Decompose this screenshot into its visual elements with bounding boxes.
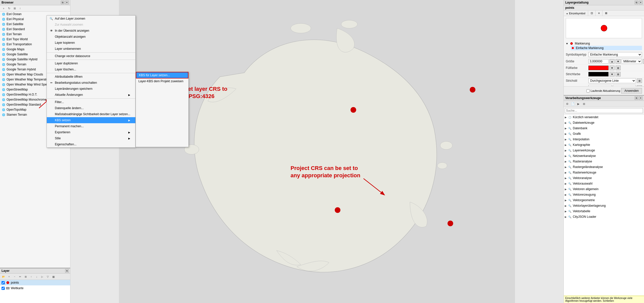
processing-search-input[interactable] — [565, 108, 643, 113]
fuellfarbe-color-btn[interactable] — [588, 66, 609, 70]
proc-item-vektoranalyse[interactable]: ▶ 🔍 Vektoranalyse — [564, 175, 644, 181]
tab-regelbasiert[interactable]: ⊞ — [602, 11, 610, 16]
context-stile[interactable]: Stile — [47, 135, 135, 141]
count-icon — [49, 35, 53, 39]
layer-up-btn[interactable]: ↑ — [29, 274, 34, 279]
verarbeitungs-float-btn[interactable]: ⧉ — [635, 96, 638, 100]
context-kbs-setzen[interactable]: KBS setzen — [47, 117, 135, 123]
browser-refresh-btn[interactable]: ↻ — [7, 6, 12, 11]
context-toggle-edit[interactable]: ✏ Bearbeitungsstatus umschalten — [47, 80, 135, 86]
symbol-tree-einfache-markierung[interactable]: Einfache Markierung — [571, 46, 642, 50]
proc-btn-1[interactable]: ⚙ — [565, 101, 570, 106]
browser-float-btn[interactable]: ⧉ — [61, 1, 64, 4]
proc-item-layerwerkzeuge[interactable]: ▶ 🔍 Layerwerkzeuge — [564, 148, 644, 153]
context-delete-layer[interactable]: Layer löschen... — [47, 66, 135, 72]
layer-group-btn[interactable]: ▦ — [51, 274, 56, 279]
browser-filter-btn[interactable]: ⊞ — [12, 6, 17, 11]
proc-item-vektorgeometrie[interactable]: ▶ 🔍 Vektorgeometrie — [564, 197, 644, 203]
svg-point-14 — [601, 25, 607, 31]
proc-item-rasterwerkzeuge[interactable]: ▶ 🔍 Rasterwerkzeuge — [564, 170, 644, 175]
proc-item-kurzlich[interactable]: ▶ 🕐 Kürzlich verwendet — [564, 114, 644, 120]
delete-icon — [49, 67, 53, 71]
proc-item-kartographie[interactable]: ▶ 🔍 Kartographie — [564, 142, 644, 148]
proc-btn-2[interactable]: 📄 — [570, 101, 575, 106]
groesse-unit-select[interactable]: Millimeter — [622, 59, 642, 64]
layer-add-btn[interactable]: ＋ — [7, 274, 12, 279]
context-object-count[interactable]: Objektanzahl anzeigen — [47, 34, 135, 40]
proc-item-vektoren-allgemein[interactable]: ▶ 🔍 Vektoren allgemein — [564, 186, 644, 192]
proc-item-dateiwerkzeuge[interactable]: ▶ 🔍 Dateiwerkzeuge — [564, 120, 644, 125]
context-current-changes[interactable]: Aktuelle Änderungen — [47, 92, 135, 98]
proc-item-interpolation[interactable]: ▶ 🔍 Interpolation — [564, 137, 644, 142]
groesse-down-btn[interactable]: ▼ — [616, 59, 621, 64]
proc-item-vektorlayer[interactable]: ▶ 🔍 Vektorlayerüberlagerung — [564, 203, 644, 208]
context-properties[interactable]: Eigenschaften... — [47, 141, 135, 147]
layer-open-btn[interactable]: 📂 — [1, 274, 6, 279]
context-change-datasource[interactable]: Change vector datasource — [47, 53, 135, 59]
context-export[interactable]: Exportieren — [47, 129, 135, 135]
context-open-attribute-table[interactable]: Attributtabelle öffnen — [47, 74, 135, 80]
anwenden-button[interactable]: Anwenden — [621, 88, 642, 94]
tab-kategorien[interactable]: ⊡ — [588, 11, 596, 16]
proc-expand-icon-5: ▶ — [565, 138, 567, 141]
context-make-permanent[interactable]: Permanent machen... — [47, 123, 135, 129]
verarbeitungs-close-btn[interactable]: ✕ — [639, 96, 642, 100]
context-rename-layer[interactable]: Layer umbenennen — [47, 46, 135, 52]
context-save-changes[interactable]: Layeränderungen speichern — [47, 86, 135, 92]
strichfarbe-color-btn[interactable] — [588, 72, 609, 76]
context-duplicate-layer[interactable]: Layer duplizieren — [47, 60, 135, 66]
proc-item-rastergelaende[interactable]: ▶ 🔍 Rastergeländeanalyse — [564, 164, 644, 170]
proc-item-datenbank[interactable]: ▶ 🔍 Datenbank — [564, 125, 644, 131]
proc-item-cityjson[interactable]: ▶ 🔍 CityJSON Loader — [564, 214, 644, 220]
tab-abgestuft[interactable]: ≡ — [596, 11, 602, 16]
strichfarbe-dropdown[interactable]: ▼ — [610, 72, 615, 76]
strichfarbe-copy-btn[interactable]: ⊞ — [616, 72, 621, 76]
fuellfarbe-copy-btn[interactable]: ⊞ — [616, 66, 621, 70]
proc-item-vektortabelle[interactable]: ▶ 🔍 Vektortabelle — [564, 208, 644, 214]
laufende-aktualisierung-checkbox[interactable] — [586, 89, 590, 93]
layergestaltung-close-btn[interactable]: ✕ — [639, 1, 642, 4]
layer-collapse-btn[interactable]: ▽ — [45, 274, 50, 279]
context-scale-visibility[interactable]: Maßstabsabhängige Sichtbarkeit des/der L… — [47, 111, 135, 117]
layer-remove-btn[interactable]: － — [12, 274, 17, 279]
proc-item-grafik[interactable]: ▶ 🔍 Grafik — [564, 131, 644, 137]
symbollayertyp-select[interactable]: Einfache Markierung — [588, 52, 642, 57]
edit-icon: ✏ — [49, 81, 53, 85]
layer-item-weltkarte[interactable]: Weltkarte — [0, 285, 70, 291]
kbs-fuer-layer-setzen[interactable]: KBS für Layer setzen... — [136, 72, 188, 78]
proc-item-vektorauswahl[interactable]: ▶ 🔍 Vektorauswahl — [564, 181, 644, 186]
context-change-datasource2[interactable]: Datenquelle ändern... — [47, 105, 135, 111]
fuellfarbe-dropdown[interactable]: ▼ — [610, 66, 615, 70]
browser-add-btn[interactable]: ＋ — [1, 6, 6, 11]
strichstil-select[interactable]: Durchgezogene Linie — [588, 78, 636, 83]
layer-filter-btn[interactable]: ⊞ — [23, 274, 28, 279]
layer-item-points[interactable]: points — [0, 280, 70, 285]
context-show-overview[interactable]: 👁 In der Übersicht anzeigen — [47, 28, 135, 34]
proc-item-vektorerzeugung[interactable]: ▶ 🔍 Vektorerzeugung — [564, 192, 644, 197]
context-zoom-layer[interactable]: 🔍 Auf den Layer zoomen — [47, 16, 135, 22]
proc-item-netzwerkanalyse[interactable]: ▶ 🔍 Netzwerkanalyse — [564, 153, 644, 159]
verarbeitungswerkzeuge-panel: Verarbeitungswerkzeuge ⧉ ✕ ⚙ 📄 ▶ ⊞ ▶ 🕐 — [564, 96, 644, 303]
layer-weltkarte-checkbox[interactable] — [2, 287, 5, 290]
groesse-up-btn[interactable]: ▲ — [610, 59, 615, 64]
layer-kbs-projekt[interactable]: Layer-KBS dem Projekt zuweisen — [136, 78, 188, 84]
processing-footer[interactable]: Einschließlich weiterer Anbieter können … — [564, 296, 644, 303]
browser-close-btn[interactable]: ✕ — [65, 1, 69, 4]
groesse-input[interactable] — [588, 59, 609, 64]
proc-btn-4[interactable]: ⊞ — [581, 101, 586, 106]
strichstil-copy-btn[interactable]: ⊞ — [637, 78, 642, 83]
proc-btn-3[interactable]: ▶ — [576, 101, 581, 106]
proc-item-rasteranalyse[interactable]: ▶ 🔍 Rasteranalyse — [564, 159, 644, 164]
rename-icon — [49, 47, 53, 51]
browser-collapse-btn[interactable]: ↑ — [18, 6, 23, 11]
layer-down-btn[interactable]: ↓ — [34, 274, 39, 279]
layer-expand-btn[interactable]: ▷ — [40, 274, 45, 279]
tab-einzelsymbol[interactable]: ⬥ Einzelsymbol — [564, 11, 588, 16]
context-filter[interactable]: Filter... — [47, 99, 135, 105]
layer-edit-btn[interactable]: ✏ — [18, 274, 23, 279]
layer-float-btn[interactable]: ⧉ — [65, 269, 69, 273]
layergestaltung-float-btn[interactable]: ⧉ — [635, 1, 638, 4]
groesse-copy-btn[interactable]: ⊞ — [643, 59, 644, 64]
layer-points-checkbox[interactable] — [2, 281, 5, 284]
context-copy-layer[interactable]: Layer kopieren — [47, 40, 135, 46]
